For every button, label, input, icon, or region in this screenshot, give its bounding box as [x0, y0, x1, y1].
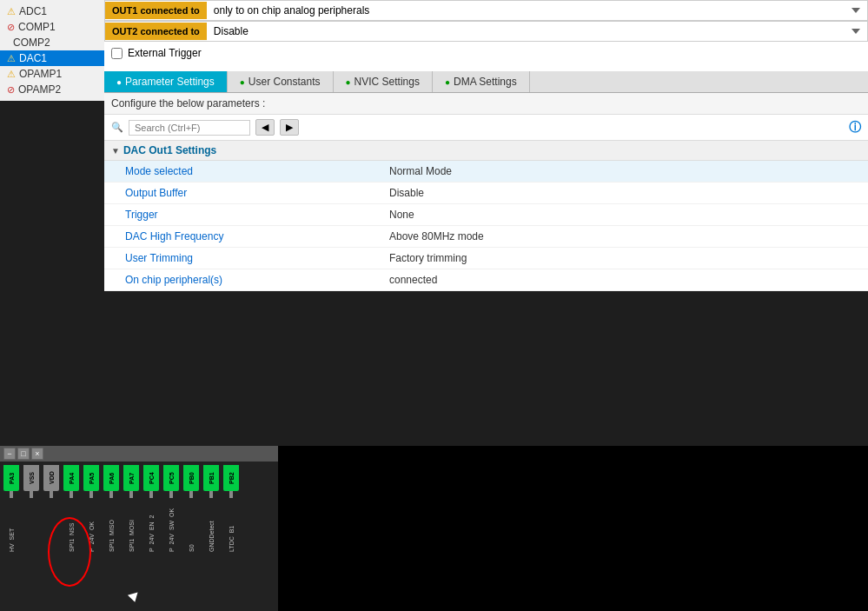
pin-top-vss[interactable]: VSS: [23, 465, 39, 491]
out2-select[interactable]: Disable only to on chip analog periphera…: [207, 22, 867, 41]
pin-top-pb1[interactable]: PB1: [203, 465, 219, 491]
sidebar-label-adc1: ADC1: [19, 5, 47, 17]
pin-top-pa4[interactable]: PA4: [63, 465, 79, 491]
warn-icon-opamp1: ⚠: [7, 69, 16, 80]
pin-label-pa4: SPI1_NSS: [69, 500, 75, 552]
external-trigger-label: External Trigger: [128, 47, 202, 59]
pin-top-pb2[interactable]: PB2: [223, 465, 239, 491]
warn-icon: ⚠: [7, 6, 16, 17]
pin-connector-pa5: [89, 491, 93, 498]
param-name-output-buffer: Output Buffer: [104, 185, 382, 201]
sidebar-item-opamp2[interactable]: ⊘ OPAMP2: [0, 82, 104, 97]
nav-next-button[interactable]: ▶: [280, 119, 299, 136]
pin-connector-pc5: [169, 491, 173, 498]
tab-parameter-settings[interactable]: ● Parameter Settings: [104, 71, 228, 92]
out1-select[interactable]: only to on chip analog peripherals Exter…: [207, 1, 867, 20]
param-value-on-chip: connected: [382, 272, 868, 288]
sidebar-item-opamp1[interactable]: ⚠ OPAMP1: [0, 66, 104, 82]
param-value-user-trimming: Factory trimming: [382, 250, 868, 266]
pin-label-pa6: SPI1_MISO: [109, 500, 115, 552]
param-row-output-buffer: Output Buffer Disable: [104, 183, 868, 204]
pin-col-pa7: PA7SPI1_MOSI: [122, 465, 141, 552]
pin-connector-pc4: [149, 491, 153, 498]
pin-label-pc5: P_24V_SW_OK: [169, 500, 175, 552]
tab-ok-icon-nvic: ●: [346, 77, 351, 87]
pin-col-pa4: PA4SPI1_NSS: [62, 465, 81, 552]
out2-row: OUT2 connected to Disable only to on chi…: [104, 21, 868, 42]
param-name-user-trimming: User Trimming: [104, 250, 382, 266]
pin-top-pa7[interactable]: PA7: [123, 465, 139, 491]
tab-dma-settings[interactable]: ● DMA Settings: [433, 71, 530, 92]
pin-header-btn-1[interactable]: −: [3, 448, 16, 460]
black-area: [278, 446, 868, 611]
pin-top-pa3[interactable]: PA3: [3, 465, 19, 491]
param-name-dac-hf: DAC High Frequency: [104, 229, 382, 244]
pin-label-pb0: S0: [189, 500, 195, 552]
pin-col-pb1: PB1GNDDetect: [202, 465, 221, 552]
search-bar: 🔍 ◀ ▶ ⓘ: [104, 115, 868, 141]
param-row-trigger: Trigger None: [104, 204, 868, 226]
pin-connector-pa3: [10, 491, 13, 498]
pin-col-pa3: PA3HV_SET: [2, 465, 21, 552]
pin-connector-pb2: [229, 491, 233, 498]
out1-label: OUT1 connected to: [105, 2, 207, 19]
param-group-label: DAC Out1 Settings: [123, 144, 216, 156]
external-trigger-checkbox[interactable]: [111, 48, 123, 59]
out1-row: OUT1 connected to only to on chip analog…: [104, 0, 868, 21]
param-value-trigger: None: [382, 207, 868, 222]
pin-header-btn-2[interactable]: □: [17, 448, 30, 460]
pin-top-pb0[interactable]: PB0: [183, 465, 199, 491]
nav-prev-button[interactable]: ◀: [255, 119, 275, 136]
pin-label-pa7: SPI1_MOSI: [129, 500, 135, 552]
pin-label-pb1: GNDDetect: [209, 500, 215, 552]
pin-connector-vss: [30, 491, 33, 498]
sidebar-label-opamp2: OPAMP2: [18, 83, 61, 96]
sidebar: ⚠ ADC1 ⊘ COMP1 COMP2 ⚠ DAC1 ⚠ OPAMP1 ⊘ O…: [0, 0, 104, 101]
chevron-down-icon: ▼: [111, 146, 120, 156]
param-value-mode: Normal Mode: [382, 163, 868, 179]
pin-header-btn-3[interactable]: ×: [31, 448, 43, 460]
pin-col-pb2: PB2LTDC_B1: [222, 465, 241, 552]
pin-col-pc5: PC5P_24V_SW_OK: [162, 465, 181, 552]
external-trigger-row: External Trigger: [104, 42, 868, 64]
tab-nvic-settings[interactable]: ● NVIC Settings: [334, 71, 433, 92]
tab-label-nvic: NVIC Settings: [354, 76, 420, 88]
warn-icon-dac1: ⚠: [7, 53, 16, 64]
param-group-header[interactable]: ▼ DAC Out1 Settings: [104, 141, 868, 161]
sidebar-label-comp2: COMP2: [13, 37, 50, 49]
search-icon: 🔍: [111, 122, 123, 133]
info-button[interactable]: ⓘ: [849, 120, 861, 136]
pin-label-pa3: HV_SET: [9, 500, 15, 552]
sidebar-item-comp1[interactable]: ⊘ COMP1: [0, 19, 104, 35]
pin-header: − □ ×: [0, 446, 278, 462]
pin-top-vdd[interactable]: VDD: [43, 465, 59, 491]
pin-col-pc4: PC4P_24V_EN_2: [142, 465, 161, 552]
pin-top-pa6[interactable]: PA6: [103, 465, 119, 491]
pin-top-pc5[interactable]: PC5: [163, 465, 179, 491]
pin-connector-pa6: [109, 491, 113, 498]
pin-col-vdd: VDD: [42, 465, 61, 552]
param-value-dac-hf: Above 80MHz mode: [382, 229, 868, 244]
sidebar-label-comp1: COMP1: [18, 21, 56, 33]
tab-ok-icon-user: ●: [240, 77, 245, 87]
sidebar-item-adc1[interactable]: ⚠ ADC1: [0, 3, 104, 19]
param-row-on-chip: On chip peripheral(s) connected: [104, 269, 868, 291]
param-value-output-buffer: Disable: [382, 185, 868, 201]
pin-cols: PA3HV_SETVSSVDDPA4SPI1_NSSPA5P_24V_OKPA6…: [0, 462, 242, 611]
tab-label-user: User Constants: [248, 76, 321, 88]
tab-ok-icon-dma: ●: [445, 77, 450, 87]
pin-label-pc4: P_24V_EN_2: [149, 500, 155, 552]
search-input[interactable]: [129, 120, 250, 136]
pin-top-pa5[interactable]: PA5: [83, 465, 99, 491]
sidebar-label-dac1: DAC1: [19, 52, 47, 64]
spacer-icon-comp2: [7, 37, 10, 48]
pin-top-pc4[interactable]: PC4: [143, 465, 159, 491]
sidebar-item-dac1[interactable]: ⚠ DAC1: [0, 50, 104, 66]
param-name-mode: Mode selected: [104, 163, 382, 179]
pin-connector-pb1: [209, 491, 213, 498]
sidebar-item-comp2[interactable]: COMP2: [0, 35, 104, 50]
tab-ok-icon-params: ●: [116, 77, 122, 87]
pin-col-pa5: PA5P_24V_OK: [82, 465, 101, 552]
param-row-mode: Mode selected Normal Mode: [104, 161, 868, 183]
tab-user-constants[interactable]: ● User Constants: [228, 71, 334, 92]
